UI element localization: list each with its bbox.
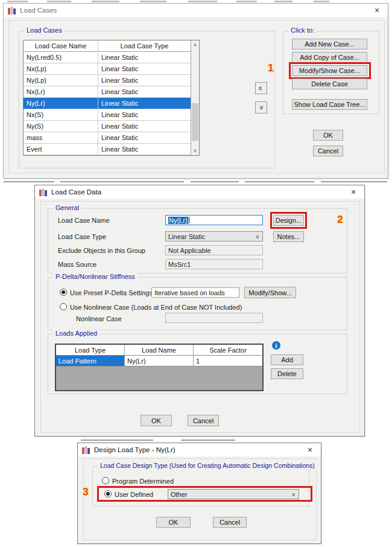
background-fragment <box>181 440 235 441</box>
load-case-type-cell[interactable]: Linear Static <box>98 109 191 120</box>
use-preset-pdelta-radio[interactable] <box>60 289 67 296</box>
cancel-button[interactable]: Cancel <box>213 517 247 528</box>
ok-button[interactable]: OK <box>313 130 343 141</box>
background-fragment <box>236 1 257 2</box>
app-icon <box>82 446 90 454</box>
dropdown-value: Linear Static <box>168 233 205 240</box>
table-row[interactable]: Nx(S)Linear Static <box>24 109 191 121</box>
column-header-name[interactable]: Load Case Name <box>24 40 98 51</box>
program-determined-radio[interactable] <box>102 477 109 484</box>
chevron-double-up-icon: « <box>257 86 265 90</box>
background-fragment <box>4 181 54 182</box>
background-fragment <box>314 1 329 2</box>
load-case-name-cell[interactable]: Nx(Lp) <box>24 63 98 74</box>
chevron-double-down-icon: « <box>257 105 265 109</box>
close-icon[interactable]: × <box>370 5 384 16</box>
table-row[interactable]: Ny(Lr)Linear Static <box>24 98 191 109</box>
groupbox-label: Load Cases <box>24 27 65 34</box>
load-case-type-cell[interactable]: Linear Static <box>98 121 191 132</box>
chevron-down-icon: ∨ <box>291 491 296 497</box>
load-case-name-cell[interactable]: Nx(S) <box>24 109 98 120</box>
load-case-name-cell[interactable]: Evert <box>24 144 98 155</box>
load-case-data-titlebar[interactable]: Load Case Data × <box>35 185 364 199</box>
background-fragment <box>60 181 184 182</box>
modify-show-button[interactable]: Modify/Show... <box>244 287 296 298</box>
move-up-button[interactable]: « <box>255 82 267 94</box>
design-load-type-titlebar[interactable]: Design Load Type - Ny(Lr) × <box>78 443 321 456</box>
load-case-type-label: Load Case Type <box>58 233 106 240</box>
load-case-type-cell[interactable]: Linear Static <box>98 63 191 74</box>
table-row[interactable]: EvertLinear Static <box>24 144 191 155</box>
notes-button[interactable]: Notes... <box>273 231 304 242</box>
user-defined-radio[interactable] <box>104 490 112 497</box>
load-case-type-cell[interactable]: Linear Static <box>98 132 191 143</box>
table-row[interactable]: Ny(Lp)Linear Static <box>24 75 191 86</box>
load-cases-table-body: Ny(Lred0.5)Linear StaticNx(Lp)Linear Sta… <box>24 52 191 155</box>
background-fragment <box>47 1 71 2</box>
use-nonlinear-case-label[interactable]: Use Nonlinear Case (Loads at End of Case… <box>70 304 242 311</box>
design-button[interactable]: Design... <box>273 215 304 226</box>
cancel-button[interactable]: Cancel <box>313 146 343 156</box>
table-row[interactable]: massLinear Static <box>24 132 191 144</box>
load-type-cell[interactable]: Load Pattern <box>56 356 125 366</box>
info-icon[interactable]: i <box>272 341 280 350</box>
scroll-down-icon[interactable]: ∨ <box>191 146 199 155</box>
table-row[interactable]: Nx(Lp)Linear Static <box>24 63 191 75</box>
delete-button[interactable]: Delete <box>271 368 303 379</box>
delete-case-button[interactable]: Delete Case <box>292 78 367 89</box>
load-case-name-cell[interactable]: Ny(Lp) <box>24 75 98 86</box>
close-icon[interactable]: × <box>347 187 360 197</box>
background-fragment <box>7 1 28 2</box>
background-fragment <box>274 1 292 2</box>
add-button[interactable]: Add <box>271 354 303 365</box>
close-icon[interactable]: × <box>303 444 317 455</box>
show-load-case-tree-button[interactable]: Show Load Case Tree... <box>292 99 367 110</box>
scale-factor-cell[interactable]: 1 <box>194 356 262 366</box>
cancel-button[interactable]: Cancel <box>188 415 219 426</box>
ok-button[interactable]: OK <box>141 415 172 426</box>
background-fragment <box>92 1 119 2</box>
preset-pdelta-field: Iterative based on loads <box>151 287 239 298</box>
table-row[interactable]: Nx(Lr)Linear Static <box>24 86 191 98</box>
background-fragment <box>191 181 239 182</box>
load-name-cell[interactable]: Ny(Lr) <box>125 356 194 366</box>
load-case-name-cell[interactable]: Ny(Lr) <box>24 98 98 109</box>
load-case-name-cell[interactable]: mass <box>24 132 98 143</box>
design-type-dropdown[interactable]: Other ∨ <box>168 489 299 499</box>
use-preset-pdelta-label[interactable]: Use Preset P-Delta Settings <box>70 289 153 296</box>
scroll-up-icon[interactable]: ∧ <box>191 40 199 50</box>
load-case-type-cell[interactable]: Linear Static <box>98 86 191 97</box>
load-case-name-cell[interactable]: Nx(Lr) <box>24 86 98 97</box>
program-determined-label[interactable]: Program Determined <box>112 478 174 485</box>
background-fragment <box>321 181 387 182</box>
nonlinear-case-field <box>165 313 263 323</box>
use-nonlinear-case-radio[interactable] <box>60 303 67 310</box>
dialog-title: Load Cases <box>20 7 57 14</box>
table-row[interactable]: Ny(Lred0.5)Linear Static <box>24 52 191 63</box>
dropdown-value: Other <box>171 491 188 498</box>
table-row[interactable]: Ny(S)Linear Static <box>24 121 191 132</box>
load-case-type-cell[interactable]: Linear Static <box>98 144 191 155</box>
load-case-type-cell[interactable]: Linear Static <box>98 52 191 63</box>
add-new-case-button[interactable]: Add New Case... <box>292 39 367 50</box>
load-case-name-input[interactable]: Ny(Lr) <box>165 215 263 225</box>
move-down-button[interactable]: « <box>255 101 267 114</box>
load-case-type-dropdown[interactable]: Linear Static ∨ <box>165 231 263 242</box>
load-case-type-cell[interactable]: Linear Static <box>98 75 191 86</box>
table-header-row: Load Case Name Load Case Type <box>24 40 191 52</box>
background-fragment <box>188 1 217 2</box>
ok-button[interactable]: OK <box>156 517 191 528</box>
table-scrollbar[interactable]: ∧ ∨ <box>191 40 199 155</box>
column-header-type[interactable]: Load Case Type <box>98 40 191 51</box>
load-case-name-cell[interactable]: Ny(S) <box>24 121 98 132</box>
scrollbar-thumb[interactable] <box>192 103 198 141</box>
add-copy-of-case-button[interactable]: Add Copy of Case... <box>292 52 367 63</box>
load-case-type-cell[interactable]: Linear Static <box>98 98 191 109</box>
nonlinear-case-label: Nonlinear Case <box>76 315 122 322</box>
load-case-name-cell[interactable]: Ny(Lred0.5) <box>24 52 98 63</box>
table-row[interactable]: Load Pattern Ny(Lr) 1 <box>56 356 262 366</box>
modify-show-case-button[interactable]: Modify/Show Case... <box>292 65 367 76</box>
user-defined-label[interactable]: User Defined <box>115 491 153 498</box>
load-cases-titlebar[interactable]: Load Cases × <box>4 4 388 17</box>
column-header-load-name: Load Name <box>125 345 194 355</box>
